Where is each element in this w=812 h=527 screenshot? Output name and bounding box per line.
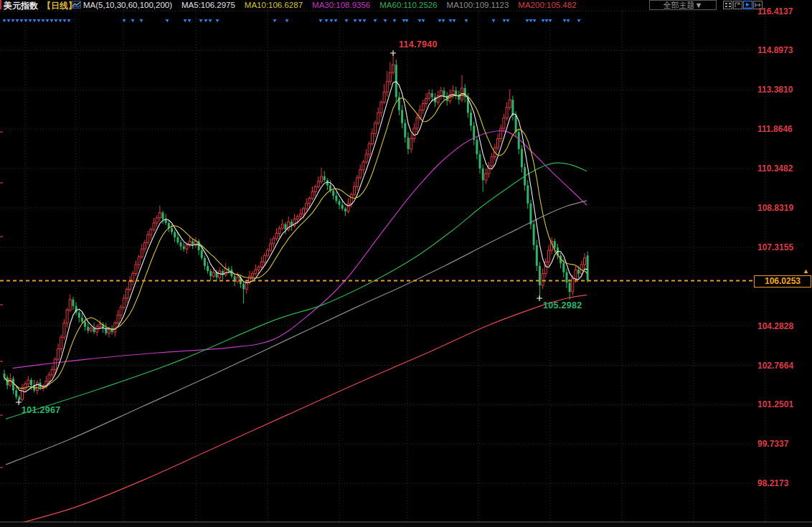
candlestick-chart[interactable] xyxy=(0,0,812,527)
price-axis-label: 108.8319 xyxy=(757,203,811,213)
ma-line-ma30 xyxy=(13,130,587,368)
current-price-badge: 106.0253 xyxy=(754,275,811,288)
low-annotation: 105.2982 xyxy=(543,300,582,310)
pane-corner-arrow-icon[interactable] xyxy=(733,1,742,9)
chart-window: 美元指数 【日线】 MA(5,10,30,60,100,200)MA5:106.… xyxy=(0,0,812,527)
mini-chart-icon xyxy=(72,1,81,9)
left-edge-ticks xyxy=(0,131,3,468)
price-axis-label: 113.3810 xyxy=(757,85,811,95)
bottom-strip xyxy=(0,522,812,527)
price-axis-label: 101.2501 xyxy=(757,399,811,409)
price-axis-label: 99.7337 xyxy=(757,439,811,449)
price-axis-label: 116.4137 xyxy=(757,6,811,16)
price-axis-label: 111.8646 xyxy=(757,124,811,134)
price-axis-label: 107.3155 xyxy=(757,242,811,252)
event-markers-layer[interactable] xyxy=(3,19,581,22)
ma-legend-item: MA5:106.2975 xyxy=(181,1,235,9)
cross-marker xyxy=(537,295,542,301)
price-axis-label: 102.7664 xyxy=(757,361,811,371)
price-up-arrow-icon: ▲ xyxy=(803,267,809,275)
price-axis-label: 98.2173 xyxy=(757,478,811,488)
price-axis-label: 114.8973 xyxy=(757,45,811,55)
cross-marker xyxy=(16,399,22,405)
top-left-tick xyxy=(0,0,1,9)
top-bar: 美元指数 【日线】 MA(5,10,30,60,100,200)MA5:106.… xyxy=(0,0,812,10)
ma-legend-item: MA30:108.9356 xyxy=(312,1,370,9)
ma-legend-item: MA200:105.482 xyxy=(518,1,576,9)
ma-legend-item: MA(5,10,30,60,100,200) xyxy=(83,1,172,9)
candles-layer xyxy=(4,53,589,404)
start-low-annotation: 101.2967 xyxy=(22,405,61,415)
cross-marker xyxy=(390,50,396,56)
gridlines xyxy=(0,10,812,522)
ma-legend-item: MA10:106.6287 xyxy=(245,1,303,9)
theme-dropdown[interactable]: 全部主题▼ xyxy=(649,0,717,10)
ma-legend: MA(5,10,30,60,100,200)MA5:106.2975MA10:1… xyxy=(83,1,577,9)
ma-legend-item: MA100:109.1123 xyxy=(447,1,509,9)
ma-line-ma60 xyxy=(6,163,587,419)
ma-legend-item: MA60:110.2526 xyxy=(379,1,437,9)
layout-grid-icon[interactable] xyxy=(723,1,732,9)
price-axis-label: 104.2828 xyxy=(757,321,811,331)
high-annotation: 114.7940 xyxy=(399,39,438,49)
ma-line-ma100 xyxy=(6,201,587,465)
price-axis-label: 110.3482 xyxy=(757,163,811,174)
instrument-title: 美元指数 xyxy=(4,0,38,12)
active-pane-icon[interactable] xyxy=(743,1,752,9)
